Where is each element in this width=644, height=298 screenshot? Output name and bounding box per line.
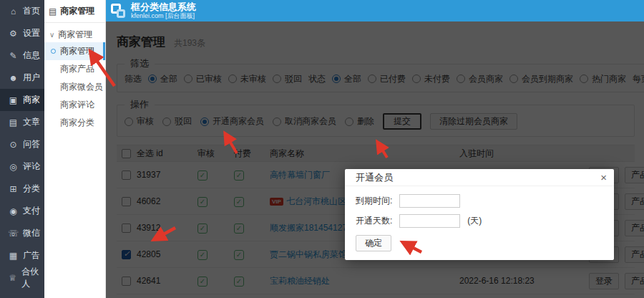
sidebar-item-label: 合伙人: [21, 266, 44, 290]
sidebar-item-label: 首页: [23, 5, 40, 17]
app-logo: [110, 3, 126, 19]
sidebar-item-label: 微信: [23, 227, 40, 239]
sidebar-item-info[interactable]: ✎信息: [0, 44, 44, 67]
wechat-icon: ☏: [8, 229, 19, 239]
comment-icon: ◎: [8, 162, 19, 172]
close-icon[interactable]: ×: [600, 169, 607, 186]
sidebar-item-articles[interactable]: ▤文章: [0, 111, 44, 133]
submenu-group-merchant-manage[interactable]: ∨商家管理: [44, 27, 105, 42]
sidebar-item-settings[interactable]: ⚙设置: [0, 22, 44, 44]
sidebar-item-qa[interactable]: ⊙问答: [0, 133, 44, 155]
message-icon: ✎: [8, 51, 19, 61]
sidebar-item-partial[interactable]: ▫: [0, 289, 44, 298]
sidebar-item-label: 问答: [23, 138, 40, 150]
sidebar-item-merchants[interactable]: ▣商家: [0, 89, 44, 111]
article-icon: ▤: [8, 117, 19, 128]
submenu-item-merchant-categories[interactable]: 商家分类: [44, 114, 105, 132]
sidebar-item-ads[interactable]: ▦广告: [0, 244, 44, 266]
sidebar-item-wechat[interactable]: ☏微信: [0, 222, 44, 244]
bullet-icon: [51, 49, 56, 54]
modal-title: 开通会员: [356, 172, 393, 183]
submenu-group-label: 商家管理: [58, 29, 92, 41]
submenu-item-label: 商家分类: [60, 117, 94, 129]
open-member-modal: 开通会员 × 到期时间: 开通天数: (天) 确定: [345, 169, 614, 260]
chat-icon: ⊙: [8, 140, 19, 150]
submenu-item-merchant-manage[interactable]: 商家管理: [44, 42, 105, 60]
card-icon: ▤: [49, 6, 57, 16]
sidebar-item-home[interactable]: ⌂首页: [0, 0, 44, 22]
sidebar-item-label: 文章: [23, 116, 40, 128]
open-days-label: 开通天数:: [356, 215, 392, 227]
sidebar-item-partners[interactable]: ♕合伙人: [0, 266, 44, 289]
expire-time-label: 到期时间:: [356, 195, 392, 207]
submenu-item-merchant-products[interactable]: 商家产品: [44, 60, 105, 78]
sidebar-item-payment[interactable]: ◉支付: [0, 200, 44, 222]
expire-time-input[interactable]: [399, 194, 460, 208]
main-sidebar: ⌂首页 ⚙设置 ✎信息 ☻用户 ▣商家 ▤文章 ⊙问答 ◎评论 ⊞分类 ◉支付 …: [0, 0, 44, 298]
sidebar-item-users[interactable]: ☻用户: [0, 67, 44, 89]
sidebar-item-categories[interactable]: ⊞分类: [0, 178, 44, 200]
shop-icon: ▣: [8, 95, 19, 105]
merchants-submenu: ▤商家管理 ∨商家管理 商家管理 商家产品 商家微会员 商家评论 商家分类: [44, 0, 106, 298]
sidebar-item-comments[interactable]: ◎评论: [0, 155, 44, 178]
sidebar-item-label: 信息: [23, 49, 40, 62]
app-subtitle: kfenlei.com [后台面板]: [131, 12, 196, 19]
user-icon: ☻: [8, 73, 19, 83]
sidebar-item-label: 设置: [23, 27, 40, 39]
gear-icon: ⚙: [8, 29, 19, 39]
open-days-input[interactable]: [399, 214, 460, 228]
submenu-item-label: 商家管理: [60, 45, 94, 57]
submenu-item-label: 商家产品: [60, 63, 94, 75]
submenu-item-label: 商家评论: [60, 99, 94, 111]
partial-icon: ▫: [8, 295, 19, 298]
top-bar: 框分类信息系统 kfenlei.com [后台面板]: [106, 0, 644, 21]
submenu-item-merchant-micro-members[interactable]: 商家微会员: [44, 78, 105, 96]
submenu-item-label: 商家微会员: [60, 81, 103, 93]
sidebar-item-label: 商家: [23, 94, 40, 106]
app-title: 框分类信息系统: [131, 2, 196, 12]
logo-shape: [117, 9, 125, 18]
pay-icon: ◉: [8, 206, 19, 216]
sidebar-item-label: 分类: [23, 183, 40, 195]
sidebar-item-label: 支付: [23, 205, 40, 217]
ad-icon: ▦: [8, 251, 19, 261]
submenu-item-merchant-comments[interactable]: 商家评论: [44, 96, 105, 114]
category-icon: ⊞: [8, 184, 19, 194]
chevron-down-icon: ∨: [49, 31, 54, 39]
confirm-button[interactable]: 确定: [356, 235, 391, 251]
sidebar-item-label: 用户: [23, 72, 40, 84]
submenu-header-label: 商家管理: [60, 5, 94, 17]
sidebar-item-label: 评论: [23, 160, 40, 173]
home-icon: ⌂: [8, 6, 19, 16]
days-suffix: (天): [467, 215, 482, 227]
partner-icon: ♕: [8, 273, 17, 283]
sidebar-item-label: 广告: [23, 249, 40, 261]
submenu-header: ▤商家管理: [44, 0, 105, 23]
